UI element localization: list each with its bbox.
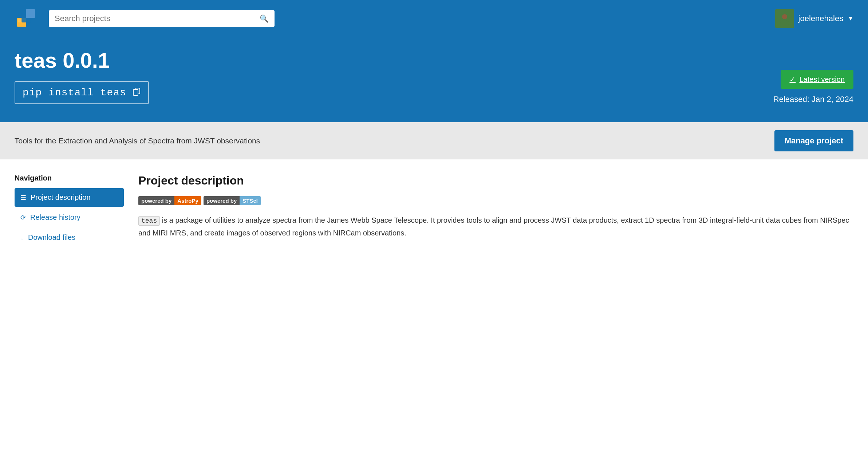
pip-install-row: pip install teas: [15, 81, 149, 104]
chevron-down-icon: ▼: [848, 15, 853, 22]
hero-left: teas 0.0.1 pip install teas: [15, 48, 149, 104]
badge2-value: STScI: [240, 196, 261, 205]
nav-item-label-2: Download files: [28, 233, 75, 242]
subtitle-bar: Tools for the Extraction and Analysis of…: [0, 122, 868, 159]
avatar: [775, 9, 794, 28]
sidebar-item-download-files[interactable]: ↓ Download files: [15, 228, 124, 247]
subtitle-text: Tools for the Extraction and Analysis of…: [15, 136, 260, 145]
nav-item-label-0: Project description: [31, 193, 91, 202]
pip-install-box: pip install teas: [15, 81, 149, 104]
astropy-badge: powered by AstroPy: [138, 196, 201, 205]
copy-button[interactable]: [132, 87, 141, 98]
svg-rect-2: [26, 9, 35, 18]
download-icon: ↓: [20, 234, 24, 241]
stsci-badge: powered by STScI: [204, 196, 261, 205]
hero-section: teas 0.0.1 pip install teas ✓ Late: [0, 37, 868, 122]
svg-point-4: [782, 14, 787, 19]
nav-item-label-1: Release history: [30, 213, 80, 222]
checkmark-icon: ✓: [789, 75, 796, 84]
sidebar: Navigation ☰ Project description ⟳ Relea…: [15, 174, 124, 248]
svg-point-5: [780, 20, 789, 25]
project-description-title: Project description: [138, 174, 853, 187]
user-menu[interactable]: joelenehales ▼: [775, 9, 853, 28]
header: 🔍 joelenehales ▼: [0, 0, 868, 37]
sidebar-item-project-description[interactable]: ☰ Project description: [15, 188, 124, 207]
search-bar[interactable]: 🔍: [49, 10, 275, 27]
list-icon: ☰: [20, 194, 26, 202]
hero-right: ✓ Latest version Released: Jan 2, 2024: [773, 70, 853, 104]
manage-project-button[interactable]: Manage project: [774, 130, 853, 151]
description-text: is a package of utilities to analyze spe…: [138, 216, 849, 237]
project-description-panel: Project description powered by AstroPy p…: [138, 174, 853, 248]
badge1-value: AstroPy: [174, 196, 201, 205]
released-text: Released: Jan 2, 2024: [773, 95, 853, 104]
description-paragraph: teas is a package of utilities to analyz…: [138, 214, 853, 239]
sidebar-item-release-history[interactable]: ⟳ Release history: [15, 208, 124, 227]
search-icon: 🔍: [260, 14, 269, 23]
clipboard-icon: [132, 87, 141, 96]
package-title: teas 0.0.1: [15, 48, 149, 72]
pypi-logo-icon: [15, 6, 40, 31]
badge2-label: powered by: [204, 196, 240, 205]
username-label: joelenehales: [798, 14, 844, 23]
latest-version-button[interactable]: ✓ Latest version: [781, 70, 853, 89]
svg-rect-3: [18, 19, 22, 23]
inline-code-teas: teas: [138, 216, 160, 226]
latest-version-label: Latest version: [799, 75, 845, 84]
hero-row: teas 0.0.1 pip install teas ✓ Late: [15, 48, 853, 104]
logo[interactable]: [15, 6, 40, 31]
svg-rect-7: [133, 90, 138, 95]
pip-install-text: pip install teas: [23, 87, 126, 98]
main-content: Navigation ☰ Project description ⟳ Relea…: [0, 159, 868, 263]
history-icon: ⟳: [20, 214, 26, 222]
badge1-label: powered by: [138, 196, 174, 205]
nav-title: Navigation: [15, 174, 124, 182]
search-input[interactable]: [55, 14, 256, 23]
badges-row: powered by AstroPy powered by STScI: [138, 196, 853, 205]
avatar-image: [778, 12, 791, 25]
